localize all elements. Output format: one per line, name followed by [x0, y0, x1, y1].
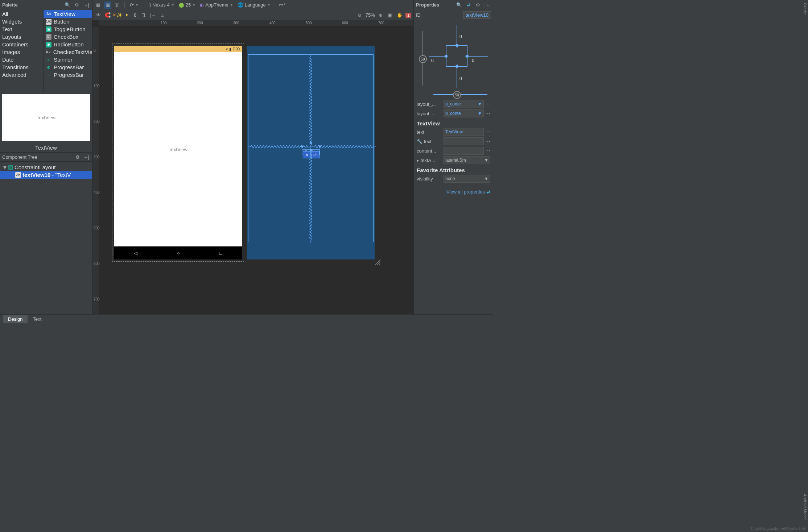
tree-root[interactable]: ▼ ▥ ConstraintLayout	[0, 163, 92, 171]
textview-icon: Ab	[15, 172, 21, 178]
widget-icon: A✓	[46, 49, 51, 55]
variants-icon[interactable]: ▭⁺	[279, 1, 286, 9]
tab-text[interactable]: Text	[28, 315, 46, 323]
collapse-icon[interactable]: →|	[83, 1, 90, 9]
design-surface[interactable]: 100200300400500600700 010020030040050060…	[92, 20, 413, 314]
api-select[interactable]: ⬤25	[177, 2, 196, 8]
pack-icon[interactable]: ⇅	[140, 12, 147, 19]
default-margin[interactable]: 8	[134, 12, 136, 18]
clear-constraints-icon[interactable]: ✕✨	[114, 12, 121, 19]
palette-item[interactable]: ≡Spinner	[44, 56, 92, 63]
palette-category-list: All Widgets Text Layouts Containers Imag…	[0, 10, 44, 92]
edit-text-icon[interactable]: ab	[312, 151, 320, 158]
palette-item-list: AbTextViewOKButton▣ToggleButton☑CheckBox…	[44, 10, 92, 92]
eye-icon[interactable]: 👁	[95, 12, 102, 19]
palette-item-label: TextView	[54, 11, 75, 17]
palette-item[interactable]: ◐ProgressBar	[44, 63, 92, 71]
layout-height-select[interactable]: p_conte▼	[444, 109, 484, 117]
zoom-out-icon[interactable]: ⊖	[356, 12, 363, 19]
favorite-section: Favorite Attributes	[417, 167, 490, 173]
search-icon[interactable]: 🔍	[455, 1, 463, 9]
zoom-in-icon[interactable]: ⊕	[377, 12, 384, 19]
palette-category[interactable]: Transitions	[0, 63, 43, 71]
palette-category[interactable]: Widgets	[0, 18, 43, 25]
text-appearance-select[interactable]: laterial.Sm▼	[444, 156, 490, 164]
palette-item[interactable]: A✓CheckedTextView	[44, 48, 92, 56]
palette-item[interactable]: —ProgressBar	[44, 71, 92, 79]
swap-icon[interactable]: ⇄	[465, 1, 472, 9]
palette-item-label: CheckBox	[54, 34, 78, 40]
collapse-icon[interactable]: →|	[83, 153, 90, 161]
content-desc-label: content...	[417, 148, 442, 154]
palette-category[interactable]: Date	[0, 56, 43, 63]
bias-v-thumb[interactable]: 50	[419, 55, 427, 63]
theme-icon: ◐	[200, 2, 204, 8]
widget-icon: OK	[46, 19, 51, 25]
gear-icon[interactable]: ⚙	[474, 1, 482, 9]
globe-icon: 🌐	[238, 2, 243, 8]
widget-icon: —	[46, 72, 51, 78]
theme-select[interactable]: ◐AppTheme	[198, 2, 234, 8]
more-icon[interactable]: ⋯	[485, 129, 490, 135]
align-icon[interactable]: |←	[149, 12, 157, 19]
swap-icon: ⇄	[486, 189, 490, 195]
preview-name: TextView	[0, 143, 92, 152]
pan-icon[interactable]: ✋	[396, 12, 403, 19]
tools-text-field[interactable]	[444, 137, 484, 145]
gradle-tab[interactable]: Gradle	[802, 1, 808, 16]
tree-child[interactable]: Ab textView10 - "TextV	[0, 171, 92, 179]
guideline-icon[interactable]: ⟂	[159, 12, 166, 19]
magnet-icon[interactable]: 🧲	[104, 12, 111, 19]
widget-icon: ◉	[46, 42, 51, 47]
design-surface-icon[interactable]: ▦	[95, 1, 102, 9]
palette-item[interactable]: ◉RadioButton	[44, 41, 92, 48]
device-select[interactable]: ▯Nexus 4	[147, 2, 175, 8]
more-icon[interactable]: ⋯	[485, 148, 490, 154]
id-field[interactable]: textView10	[463, 11, 491, 19]
visibility-select[interactable]: none▼	[444, 175, 490, 183]
more-icon[interactable]: ⋯	[485, 111, 490, 116]
palette-category[interactable]: Layouts	[0, 33, 43, 41]
palette-category[interactable]: Images	[0, 48, 43, 56]
blueprint-preview[interactable]: TextView ✕ ab	[247, 46, 375, 259]
bias-h-thumb[interactable]: 50	[453, 91, 461, 99]
palette-category[interactable]: Text	[0, 25, 43, 33]
android-icon: ⬤	[179, 2, 184, 8]
palette-item[interactable]: AbTextView	[44, 10, 92, 18]
content-desc-field[interactable]	[444, 147, 484, 155]
palette-item[interactable]: ☑CheckBox	[44, 33, 92, 41]
resize-handle-icon[interactable]	[374, 259, 381, 266]
more-icon[interactable]: ⋯	[485, 138, 490, 144]
palette-category[interactable]: All	[0, 10, 43, 18]
palette-item[interactable]: ▣ToggleButton	[44, 25, 92, 33]
fit-icon[interactable]: ▣	[387, 12, 394, 19]
locale-select[interactable]: 🌐Language	[236, 2, 271, 8]
layout-width-select[interactable]: p_conte▼	[444, 100, 484, 108]
palette-item-label: RadioButton	[54, 41, 84, 47]
view-all-properties-link[interactable]: View all properties⇄	[417, 189, 490, 195]
warning-badge[interactable]: 1	[405, 13, 411, 18]
palette-item-label: Button	[54, 18, 69, 25]
collapse-icon[interactable]: |←	[484, 1, 491, 9]
baseline-icon[interactable]: ✕	[303, 151, 311, 158]
device-preview[interactable]: ▾ ▮ 7:00 TextView ◁ ○ □	[114, 46, 242, 259]
text-field[interactable]: TextView	[444, 128, 484, 136]
infer-constraints-icon[interactable]: ✦	[123, 12, 130, 19]
expand-icon[interactable]: ▼	[2, 164, 7, 170]
gear-icon[interactable]: ⚙	[74, 153, 81, 161]
palette-category[interactable]: Containers	[0, 41, 43, 48]
palette-item[interactable]: OKButton	[44, 18, 92, 25]
search-icon[interactable]: 🔍	[64, 1, 71, 9]
tab-design[interactable]: Design	[3, 315, 28, 323]
wrench-icon: 🔧	[417, 139, 422, 144]
orientation-select[interactable]: ⟳	[128, 2, 139, 8]
blueprint-surface-icon[interactable]: ▦	[104, 1, 111, 9]
text-appearance-label: ▸ textA...	[417, 158, 442, 163]
zoom-level: 75%	[366, 12, 375, 18]
both-surface-icon[interactable]: ▯▯	[114, 1, 121, 9]
palette-category[interactable]: Advanced	[0, 71, 43, 79]
gear-icon[interactable]: ⚙	[73, 1, 81, 9]
palette-preview: TextView	[2, 94, 90, 141]
more-icon[interactable]: ⋯	[485, 101, 490, 107]
constraint-inspector[interactable]: 50 0 0 0 0 ⌃ ⌄ › ‹	[417, 24, 490, 96]
